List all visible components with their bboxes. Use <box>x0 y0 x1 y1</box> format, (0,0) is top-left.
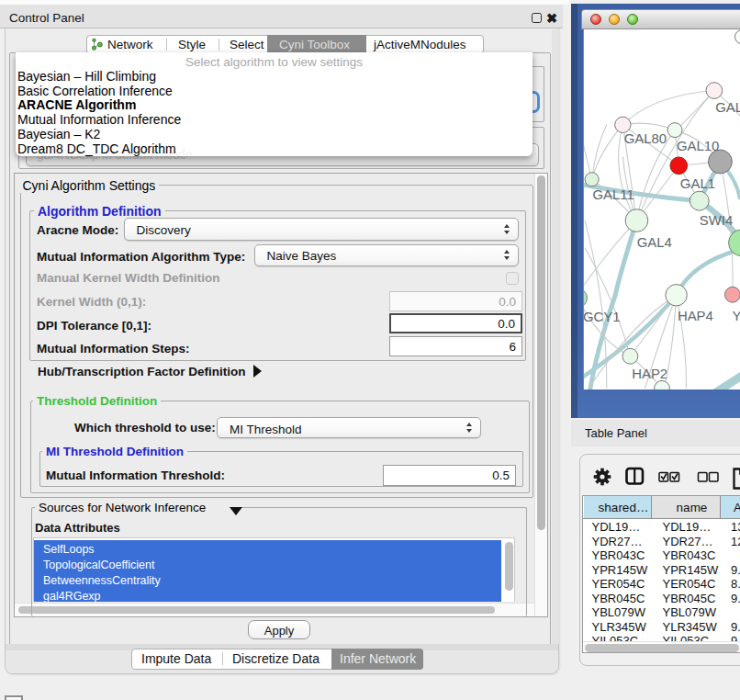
svg-text:GAL10: GAL10 <box>677 139 719 153</box>
svg-text:HAP2: HAP2 <box>632 367 667 381</box>
svg-text:GAL7: GAL7 <box>715 100 740 115</box>
svg-text:SWI4: SWI4 <box>700 213 733 228</box>
svg-text:YJR048W: YJR048W <box>733 309 740 323</box>
svg-text:GAL4: GAL4 <box>637 235 672 250</box>
svg-text:GCY1: GCY1 <box>583 310 621 324</box>
svg-text:GAL80: GAL80 <box>624 131 667 146</box>
svg-text:GAL11: GAL11 <box>592 187 633 202</box>
svg-text:HAP4: HAP4 <box>678 309 713 323</box>
svg-text:GAL1: GAL1 <box>680 176 715 191</box>
